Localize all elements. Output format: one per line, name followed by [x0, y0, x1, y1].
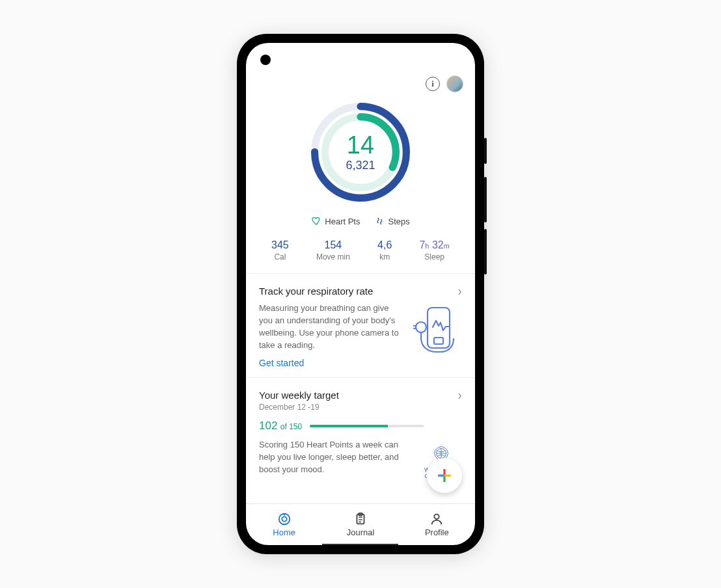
bottom-nav: Home Journal Profile [246, 503, 475, 545]
legend-steps-label: Steps [388, 217, 409, 226]
weekly-of-total: of 150 [280, 422, 302, 431]
stat-sleep-value: 7h 32m [419, 239, 449, 251]
nav-journal-label: Journal [347, 528, 375, 537]
nav-profile[interactable]: Profile [399, 504, 475, 545]
svg-point-9 [282, 516, 286, 521]
chevron-right-icon: › [457, 388, 462, 401]
respiratory-illustration [406, 302, 462, 368]
svg-point-12 [435, 514, 439, 519]
card-weekly-date: December 12 -19 [259, 403, 462, 412]
avatar[interactable] [446, 75, 463, 92]
stat-move-min[interactable]: 154 Move min [316, 239, 350, 261]
nav-underline [322, 544, 398, 545]
card-respiratory-title: Track your respiratory rate [259, 286, 457, 297]
nav-home-label: Home [273, 528, 295, 537]
legend-heart-label: Heart Pts [325, 217, 360, 226]
weekly-progress-bar [310, 425, 424, 427]
heart-icon [311, 216, 321, 226]
card-weekly-title: Your weekly target [259, 390, 457, 401]
svg-rect-4 [428, 308, 450, 348]
stat-move-label: Move min [316, 252, 350, 261]
card-respiratory[interactable]: Track your respiratory rate › Measuring … [246, 273, 475, 377]
get-started-link[interactable]: Get started [259, 358, 401, 368]
info-icon[interactable]: i [426, 77, 440, 91]
nav-profile-label: Profile [425, 528, 449, 537]
weekly-current: 102 [259, 420, 277, 432]
app-content: i 14 6,321 [246, 43, 475, 503]
stat-cal[interactable]: 345 Cal [271, 239, 289, 261]
plus-icon [436, 467, 453, 484]
topbar: i [246, 43, 475, 98]
stat-sleep-label: Sleep [419, 252, 449, 261]
steps-icon [374, 216, 385, 226]
stat-km-label: km [377, 252, 392, 261]
card-respiratory-text: Measuring your breathing can give you an… [259, 302, 401, 351]
heart-points-value: 14 [347, 133, 374, 157]
profile-icon [429, 512, 444, 526]
chevron-right-icon: › [457, 284, 462, 297]
steps-value: 6,321 [346, 159, 375, 172]
svg-rect-5 [434, 338, 443, 344]
stat-km[interactable]: 4,6 km [377, 239, 392, 261]
camera-hole [260, 55, 271, 65]
screen: i 14 6,321 [246, 43, 475, 545]
card-weekly-text: Scoring 150 Heart Points a week can help… [259, 439, 409, 476]
stat-sleep[interactable]: 7h 32m Sleep [419, 239, 449, 261]
stat-move-value: 154 [316, 239, 350, 251]
home-goal-icon [277, 512, 292, 526]
ring-legend: Heart Pts Steps [246, 211, 475, 235]
nav-journal[interactable]: Journal [322, 504, 398, 545]
add-fab[interactable] [427, 458, 462, 493]
stat-cal-value: 345 [271, 239, 289, 251]
legend-steps: Steps [374, 216, 409, 226]
svg-point-6 [416, 322, 426, 332]
legend-heart: Heart Pts [311, 216, 360, 226]
stats-row: 345 Cal 154 Move min 4,6 km 7h 32m Sleep [246, 235, 475, 273]
stat-km-value: 4,6 [377, 239, 392, 251]
nav-home[interactable]: Home [246, 504, 322, 545]
phone-frame: i 14 6,321 [237, 34, 484, 554]
activity-rings[interactable]: 14 6,321 [246, 98, 475, 211]
journal-icon [353, 512, 368, 526]
stat-cal-label: Cal [271, 252, 289, 261]
